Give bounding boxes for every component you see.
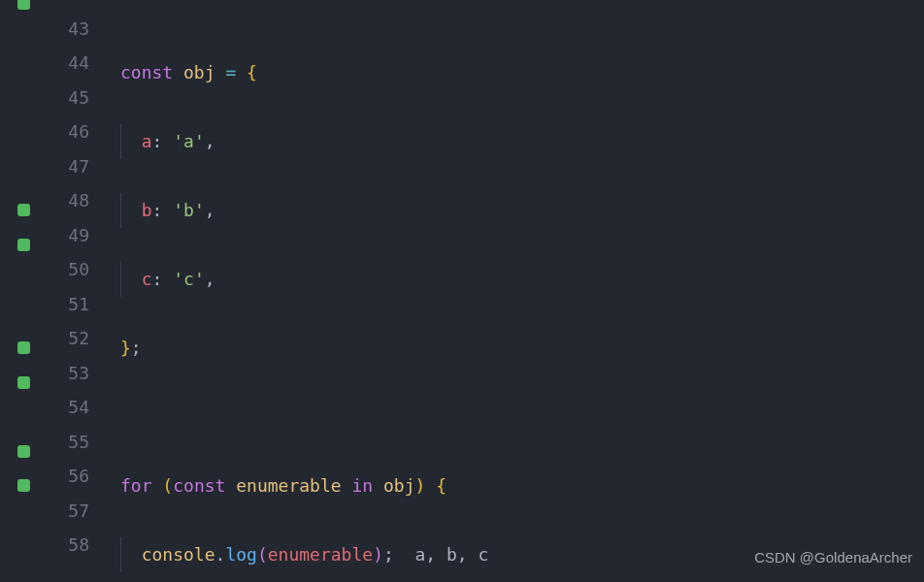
gutter-mark [0,435,47,469]
gutter-mark [0,400,47,435]
string: 'c' [173,269,205,289]
line-number: 55 [47,425,89,460]
gutter-mark [0,331,47,366]
code-line: b: 'b', [120,193,924,228]
gutter-mark [0,21,47,56]
punct: , [205,200,215,220]
punct: . [215,544,226,565]
punct: , [205,131,215,151]
gutter-mark [0,469,47,503]
gutter-mark [0,159,47,194]
line-number: 57 [47,494,89,529]
property-key: b [142,200,152,220]
watermark: CSDN @GoldenaArcher [754,540,912,575]
breakpoint-icon[interactable] [17,0,30,10]
line-number: 51 [47,287,89,322]
paren: ) [373,544,383,565]
identifier: obj [183,62,215,82]
property-key: a [142,131,152,151]
breakpoint-icon[interactable] [17,445,30,458]
identifier: enumerable [236,475,341,496]
identifier: console [142,544,215,565]
line-number: 48 [47,183,89,218]
punct: ; [383,544,394,565]
string: 'b' [173,200,205,220]
punct: , [205,269,215,289]
code-editor[interactable]: 42 43 44 45 46 47 48 49 50 51 52 53 54 5… [0,0,924,582]
paren: ( [257,544,268,565]
punct: : [152,269,163,289]
gutter [0,1,47,582]
line-number: 54 [47,390,89,425]
keyword: in [351,475,373,496]
brace: { [436,475,446,496]
line-number: 52 [47,321,89,356]
paren: ) [415,475,426,496]
string: 'a' [173,131,205,151]
gutter-mark [0,503,47,538]
code-line [120,12,924,21]
code-line: for (const enumerable in obj) { [120,469,924,503]
gutter-mark [0,297,47,332]
gutter-mark [0,90,47,125]
gutter-mark [0,124,47,159]
code-line: a: 'a', [120,124,924,159]
gutter-mark [0,55,47,90]
code-line [120,400,924,435]
gutter-mark [0,366,47,401]
punct: : [152,131,163,151]
gutter-mark [0,228,47,263]
operator: = [225,62,236,82]
line-number: 42 [47,0,89,12]
identifier: enumerable [268,544,373,565]
keyword: const [120,62,173,82]
line-number: 46 [47,114,89,149]
code-content[interactable]: const obj = { a: 'a', b: 'b', c: 'c', };… [97,1,924,582]
gutter-mark [0,0,47,21]
method: log [225,544,257,565]
keyword: const [173,475,225,496]
keyword: for [120,475,152,496]
line-numbers: 42 43 44 45 46 47 48 49 50 51 52 53 54 5… [47,1,97,582]
line-number: 56 [47,459,89,494]
line-number: 53 [47,356,89,391]
brace: } [120,338,131,358]
line-number: 43 [47,12,89,47]
punct: : [152,200,163,220]
breakpoint-icon[interactable] [17,376,30,389]
line-number: 58 [47,528,89,563]
comment: a, b, c [415,544,489,565]
breakpoint-icon[interactable] [17,479,30,492]
line-number: 47 [47,149,89,184]
line-number: 50 [47,252,89,287]
code-line: const obj = { [120,55,924,90]
property-key: c [142,269,152,289]
code-line: }; [120,331,924,366]
breakpoint-icon[interactable] [17,341,30,354]
line-number: 44 [47,46,89,81]
identifier: obj [383,475,415,496]
punct: ; [131,338,142,358]
code-line: c: 'c', [120,262,924,297]
gutter-mark [0,193,47,228]
gutter-mark [0,262,47,297]
paren: ( [162,475,173,496]
breakpoint-icon[interactable] [17,204,30,216]
brace: { [247,62,257,82]
line-number: 49 [47,218,89,253]
breakpoint-icon[interactable] [17,239,30,251]
line-number: 45 [47,81,89,115]
